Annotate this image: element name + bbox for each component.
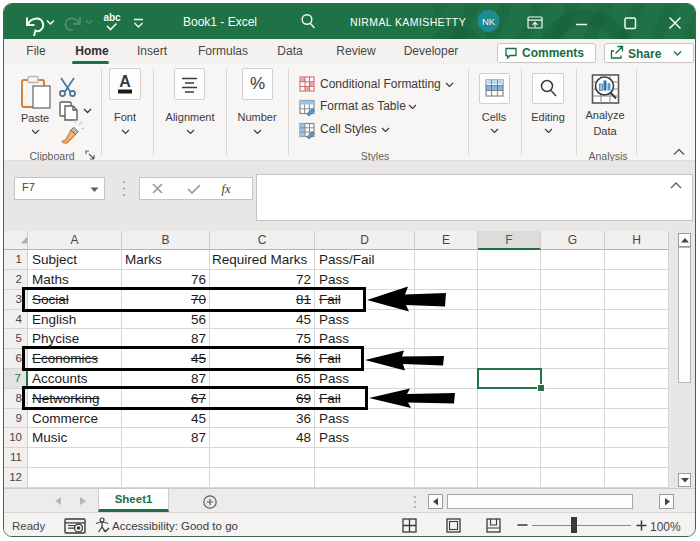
svg-text:abc: abc (103, 12, 121, 23)
svg-text:Comments: Comments (522, 46, 584, 60)
svg-text:NIRMAL KAMISHETTY: NIRMAL KAMISHETTY (350, 16, 466, 28)
svg-text:NK: NK (482, 16, 496, 27)
svg-text:A: A (119, 73, 131, 90)
svg-text:Book1 - Excel: Book1 - Excel (183, 15, 257, 29)
svg-text:Share: Share (628, 47, 662, 61)
svg-text:fx: fx (221, 182, 230, 196)
